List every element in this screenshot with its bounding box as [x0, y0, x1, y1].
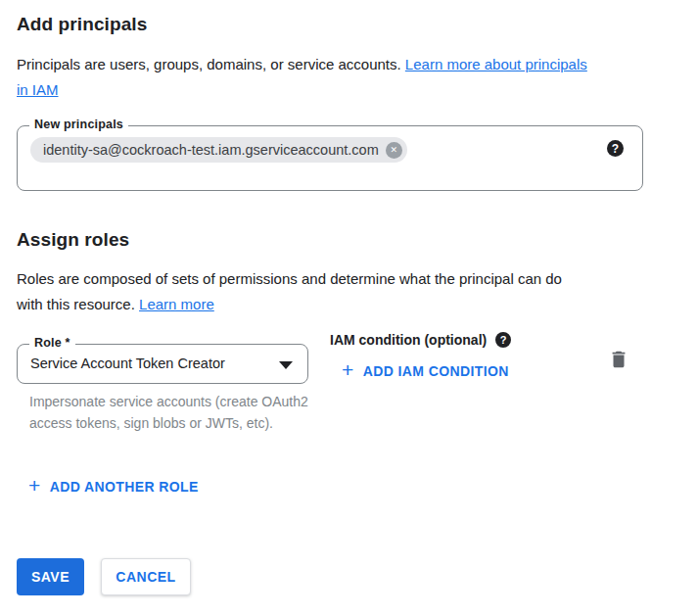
iam-condition-label: IAM condition (optional) [330, 332, 487, 348]
plus-icon: + [28, 478, 41, 494]
learn-more-roles-link[interactable]: Learn more [139, 296, 214, 312]
plus-icon: + [342, 362, 354, 378]
iam-condition-label-row: IAM condition (optional) ? [330, 332, 511, 348]
footer-actions: SAVE CANCEL [17, 558, 191, 595]
new-principals-field[interactable]: New principals identity-sa@cockroach-tes… [17, 125, 643, 191]
principal-chip: identity-sa@cockroach-test.iam.gservicea… [30, 137, 407, 163]
page-title: Add principals [17, 14, 147, 35]
add-another-role-button[interactable]: + ADD ANOTHER ROLE [28, 479, 199, 495]
chip-remove-icon[interactable]: ✕ [386, 142, 402, 159]
save-button[interactable]: SAVE [17, 558, 84, 595]
cancel-button[interactable]: CANCEL [101, 558, 191, 595]
role-select[interactable]: Role * Service Account Token Creator [17, 344, 308, 384]
delete-role-button[interactable] [605, 346, 632, 373]
new-principals-label: New principals [29, 118, 128, 131]
roles-description-line1: Roles are composed of sets of permission… [17, 270, 562, 287]
add-iam-condition-button[interactable]: + ADD IAM CONDITION [342, 363, 509, 379]
add-iam-condition-label: ADD IAM CONDITION [363, 363, 509, 379]
principal-chip-text: identity-sa@cockroach-test.iam.gservicea… [43, 142, 379, 158]
role-selected-value: Service Account Token Creator [30, 355, 225, 371]
intro-paragraph: Principals are users, groups, domains, o… [17, 52, 668, 103]
role-helper-text: Impersonate service accounts (create OAu… [29, 391, 313, 434]
help-icon[interactable]: ? [495, 332, 511, 348]
learn-more-principals-line1: Learn more about principals [405, 56, 587, 72]
intro-text: Principals are users, groups, domains, o… [17, 56, 401, 72]
role-label: Role * [29, 336, 75, 350]
roles-description: Roles are composed of sets of permission… [17, 266, 682, 317]
assign-roles-title: Assign roles [17, 229, 129, 251]
add-another-role-label: ADD ANOTHER ROLE [50, 479, 199, 495]
learn-more-principals-line2: in IAM [17, 81, 59, 98]
add-principals-dialog: Add principals Principals are users, gro… [0, 0, 698, 616]
roles-description-line2: with this resource. [17, 296, 135, 312]
trash-icon [608, 349, 629, 370]
help-icon[interactable]: ? [607, 140, 624, 157]
dropdown-arrow-icon [279, 361, 293, 369]
